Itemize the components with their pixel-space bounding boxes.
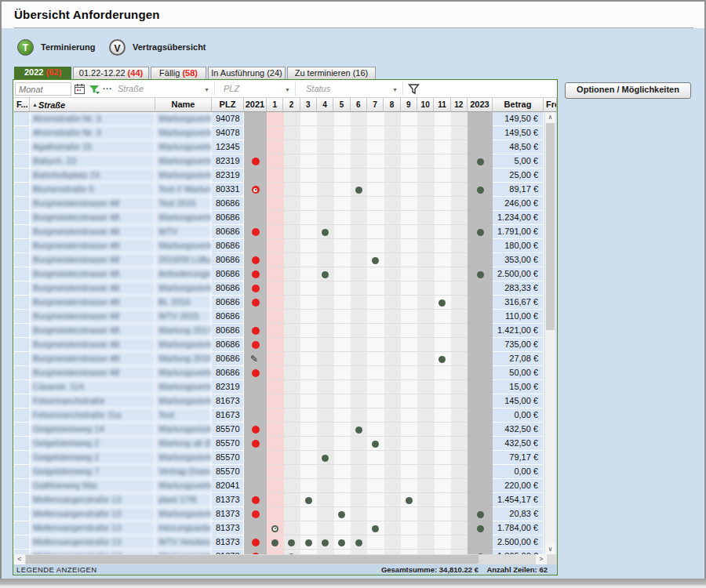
terminierung-button[interactable]: T Terminierung [17,38,95,56]
column-header-month-7[interactable]: 7 [367,98,384,112]
table-row[interactable]: Agathstraße 15Wartungsvertrag1234548,50 … [13,140,557,154]
column-header-month-9[interactable]: 9 [401,98,417,112]
table-row[interactable]: Geigelsteinweg 2Wartungsvertrag8557079,1… [13,451,557,465]
column-header-frei[interactable]: Frei [544,98,557,112]
schedule-dot-green [305,539,312,546]
table-row[interactable]: Burgmeisterstrasse 48WTV 201580686110,00… [13,310,557,324]
cell-name: Wartungsvertrag [155,239,211,252]
cell-strasse: Felsenranchstraße [30,394,155,408]
table-row[interactable]: Burgmeisterstrasse 48Anforderungen 2.806… [13,267,557,281]
column-header-month-12[interactable]: 12 [451,98,468,112]
table-row[interactable]: Burgmeisterstrasse 48Wartungsvertrag8068… [13,281,557,296]
table-row[interactable]: Mellensangerstraße 13WTV Heizkessel81373… [13,535,557,550]
cell-plz: 81673 [212,408,243,422]
column-header-month-2[interactable]: 2 [283,98,300,112]
column-header-f[interactable]: F... [14,98,30,112]
table-row[interactable]: Gathherweg 59aWartungsvertrag82041220,00… [13,479,557,493]
table-row[interactable]: Bahnhofsplatz 23Wartungsvertrag8231925,0… [13,169,557,183]
table-row[interactable]: Burgmeisterstrasse 48Wartung 201680686✎2… [13,352,557,366]
tab-2022[interactable]: 2022 (62) [14,67,71,79]
column-header-month-5[interactable]: 5 [333,98,350,112]
table-row[interactable]: Mellensangerstraße 13Wartungsvertrag.813… [13,507,557,521]
more-options-button[interactable]: ... [103,82,112,91]
column-header-2023[interactable]: 2023 [468,98,493,112]
table-row[interactable]: Ahornstraße Nr. 3Wartungsvertrag94078149… [13,126,557,140]
cell-plz: 80331 [212,183,243,196]
status-dot-red-target [252,186,260,194]
column-header-month-11[interactable]: 11 [434,98,450,112]
column-header-month-10[interactable]: 10 [417,98,434,112]
column-header-month-6[interactable]: 6 [351,98,367,112]
table-row[interactable]: Burgmeisterstrasse 482019/05 Lüftung8068… [13,253,557,267]
table-row[interactable]: Burgmeisterstrasse 48Test 201580686246,0… [13,197,557,211]
table-row[interactable]: Geigelsteinweg 7Vertrag Download855700,0… [13,465,557,479]
tab-f-llig[interactable]: Fällig (58) [151,67,206,79]
cell-plz: 81373 [212,507,243,521]
cell-strasse: Geigelsteinweg 2 [30,451,155,464]
cell-plz: 80686 [212,296,243,309]
month-row-separator [267,310,468,324]
table-row[interactable]: Cäsarstr. 114Wartungsvertrag8231915,00 € [13,380,557,394]
tab-01-22-12-22[interactable]: 01.22-12.22 (44) [73,67,149,79]
strasse-filter-combo[interactable]: Straße▼ [114,82,215,96]
table-row[interactable]: FelsenranchstraßeWartungsvertrag81673145… [13,394,557,408]
cell-plz: 80686 [212,324,243,337]
scroll-right-button[interactable]: > [536,554,547,564]
horizontal-scrollbar-thumb[interactable] [26,555,479,564]
table-row[interactable]: Burgmeisterstrasse 48Wartungsvertrag8068… [13,239,557,253]
column-header-month-1[interactable]: 1 [267,98,283,112]
monat-filter-input[interactable] [15,82,71,96]
table-row[interactable]: Burgmeisterstrasse 48Wartungsvertrag8068… [13,338,557,352]
cell-f [14,408,29,422]
cell-name: 2019/05 Lüftung [155,253,211,267]
status-filter-combo[interactable]: Status▼ [302,82,403,96]
table-row[interactable]: Felsenranchstraße 11aTest816730,00 € [13,408,557,423]
options-button[interactable]: Optionen / Möglichkeiten [565,82,691,99]
month-row-separator [267,281,468,296]
column-header-name[interactable]: Name [155,98,212,112]
table-row[interactable]: Babych. 23Wartungsvertrag823195,00 € [13,154,557,169]
legend-toggle[interactable]: LEGENDE ANZEIGEN [16,565,96,574]
table-row[interactable]: Burgmeisterstrasse 48Wartung 2017806861.… [13,324,557,338]
cell-name: Vertrag Download [155,465,211,478]
filter-active-icon[interactable] [89,83,100,95]
cell-strasse: Burgmeisterstrasse 48 [30,352,155,365]
table-row[interactable]: Burgmeisterstrasse 48WTV806861.791,00 € [13,225,557,239]
horizontal-scrollbar[interactable]: < > [13,554,557,564]
schedule-dot-green [322,539,329,546]
table-row[interactable]: Mellensangerstraße 13plant 17/8813731.45… [13,493,557,507]
column-header-betrag[interactable]: Betrag [493,98,544,112]
schedule-dot-green [322,455,329,462]
column-header-month-8[interactable]: 8 [384,98,400,112]
dot-core [275,528,276,529]
column-header-strasse[interactable]: ▲Straße [30,98,155,112]
tab-label: In Ausführung [211,68,267,78]
month-row-separator [267,521,468,535]
table-row[interactable]: Burgmeisterstrasse 48BL 201680686316,67 … [13,296,557,310]
table-row[interactable]: Ahornstraße Nr. 3Wartungsvertrag94078149… [13,112,557,126]
table-row[interactable]: Geigelsteinweg 2Wartung alt (BL.85570432… [13,437,557,451]
cell-name: Wartungsvertrag [155,112,211,125]
tab-zu-terminieren[interactable]: Zu terminieren (16) [287,67,376,79]
plz-filter-combo[interactable]: PLZ▼ [220,82,296,96]
cell-f [14,183,29,196]
column-header-plz[interactable]: PLZ [212,98,244,112]
cell-betrag: 180,00 € [493,239,543,252]
column-header-month-3[interactable]: 3 [300,98,317,112]
table-row[interactable]: Geigelsteinweg 14Wartungsrückst.85570432… [13,423,557,437]
scroll-left-button[interactable]: < [14,554,25,564]
table-row[interactable]: Burgmeisterstrasse 48Wartungsvertrag8068… [13,366,557,380]
column-header-month-4[interactable]: 4 [317,98,333,112]
cell-strasse: Burgmeisterstrasse 48 [30,310,155,323]
tab-in-ausf-hrung[interactable]: In Ausführung (24) [208,67,286,79]
cell-f [14,366,29,379]
table-row[interactable]: Burgmeisterstrasse 48Wartungsvertrag.806… [13,211,557,225]
month-row-separator [267,535,468,550]
table-row[interactable]: Mellensangerstraße 13Heizungsanlage.8137… [13,521,557,535]
table-row[interactable]: Blumenstraße 5Test // Wartungst.8033189,… [13,183,557,197]
cell-name: WTV Heizkessel [155,535,211,549]
calendar-icon[interactable] [74,83,86,95]
vertragsuebersicht-button[interactable]: V Vertragsübersicht [109,38,206,56]
column-header-2021[interactable]: 2021 [244,98,267,112]
funnel-icon[interactable] [408,83,420,95]
